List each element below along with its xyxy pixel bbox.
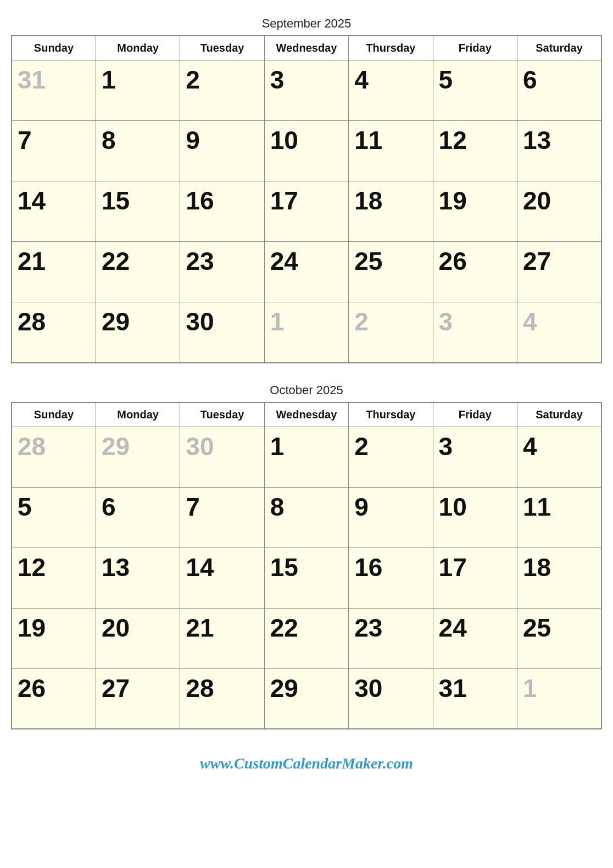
day-header-saturday: Saturday xyxy=(517,402,601,427)
october-table: SundayMondayTuesdayWednesdayThursdayFrid… xyxy=(11,402,602,730)
calendar-day: 11 xyxy=(517,487,601,548)
calendar-day: 20 xyxy=(517,181,601,242)
october-title: October 2025 xyxy=(11,383,602,397)
calendar-day: 26 xyxy=(433,242,517,302)
calendar-day: 16 xyxy=(349,548,433,608)
calendar-day: 31 xyxy=(12,60,96,121)
calendar-day: 2 xyxy=(349,302,433,363)
week-row: 19202122232425 xyxy=(12,608,601,668)
calendar-day: 29 xyxy=(264,668,348,729)
calendar-day: 21 xyxy=(180,608,264,668)
calendar-day: 14 xyxy=(12,181,96,242)
october-body: 2829301234567891011121314151617181920212… xyxy=(12,427,601,729)
calendar-day: 2 xyxy=(180,60,264,121)
week-row: 31123456 xyxy=(12,60,601,121)
september-table: SundayMondayTuesdayWednesdayThursdayFrid… xyxy=(11,35,602,363)
calendar-day: 24 xyxy=(433,608,517,668)
calendar-day: 7 xyxy=(180,487,264,548)
day-header-thursday: Thursday xyxy=(349,36,433,60)
day-header-sunday: Sunday xyxy=(12,36,96,60)
calendar-day: 15 xyxy=(264,548,348,608)
calendar-day: 9 xyxy=(180,121,264,181)
calendar-day: 1 xyxy=(517,668,601,729)
october-header-row: SundayMondayTuesdayWednesdayThursdayFrid… xyxy=(12,402,601,427)
week-row: 14151617181920 xyxy=(12,181,601,242)
calendar-day: 29 xyxy=(96,302,180,363)
calendar-day: 11 xyxy=(349,121,433,181)
calendar-day: 25 xyxy=(517,608,601,668)
week-row: 78910111213 xyxy=(12,121,601,181)
calendar-day: 23 xyxy=(180,242,264,302)
calendar-day: 27 xyxy=(96,668,180,729)
week-row: 21222324252627 xyxy=(12,242,601,302)
calendar-day: 3 xyxy=(433,427,517,487)
day-header-saturday: Saturday xyxy=(517,36,601,60)
calendar-day: 18 xyxy=(517,548,601,608)
day-header-monday: Monday xyxy=(96,36,180,60)
calendar-day: 15 xyxy=(96,181,180,242)
calendar-day: 20 xyxy=(96,608,180,668)
calendar-day: 5 xyxy=(12,487,96,548)
day-header-monday: Monday xyxy=(96,402,180,427)
calendar-day: 28 xyxy=(12,427,96,487)
calendar-day: 16 xyxy=(180,181,264,242)
calendar-day: 31 xyxy=(433,668,517,729)
calendar-day: 25 xyxy=(349,242,433,302)
calendar-day: 30 xyxy=(180,302,264,363)
september-calendar: September 2025 SundayMondayTuesdayWednes… xyxy=(11,16,602,363)
calendar-day: 21 xyxy=(12,242,96,302)
day-header-thursday: Thursday xyxy=(349,402,433,427)
calendar-day: 8 xyxy=(96,121,180,181)
calendar-day: 23 xyxy=(349,608,433,668)
calendar-day: 1 xyxy=(264,302,348,363)
week-row: 2829301234 xyxy=(12,302,601,363)
calendar-day: 4 xyxy=(517,302,601,363)
day-header-sunday: Sunday xyxy=(12,402,96,427)
calendar-day: 17 xyxy=(433,548,517,608)
calendar-day: 12 xyxy=(12,548,96,608)
calendar-day: 26 xyxy=(12,668,96,729)
calendar-day: 3 xyxy=(264,60,348,121)
calendar-day: 14 xyxy=(180,548,264,608)
calendar-day: 1 xyxy=(264,427,348,487)
september-title: September 2025 xyxy=(11,16,602,31)
calendar-day: 22 xyxy=(264,608,348,668)
week-row: 2627282930311 xyxy=(12,668,601,729)
calendar-day: 24 xyxy=(264,242,348,302)
calendar-day: 13 xyxy=(96,548,180,608)
calendar-day: 10 xyxy=(264,121,348,181)
footer-url: www.CustomCalendarMaker.com xyxy=(200,755,413,772)
calendar-day: 4 xyxy=(517,427,601,487)
calendar-day: 28 xyxy=(12,302,96,363)
week-row: 2829301234 xyxy=(12,427,601,487)
calendar-day: 22 xyxy=(96,242,180,302)
calendar-day: 13 xyxy=(517,121,601,181)
calendar-day: 2 xyxy=(349,427,433,487)
calendar-day: 6 xyxy=(517,60,601,121)
calendar-day: 9 xyxy=(349,487,433,548)
calendar-day: 30 xyxy=(180,427,264,487)
day-header-tuesday: Tuesday xyxy=(180,402,264,427)
calendar-day: 8 xyxy=(264,487,348,548)
october-calendar: October 2025 SundayMondayTuesdayWednesda… xyxy=(11,383,602,730)
day-header-tuesday: Tuesday xyxy=(180,36,264,60)
calendar-day: 29 xyxy=(96,427,180,487)
day-header-wednesday: Wednesday xyxy=(264,36,348,60)
calendar-day: 1 xyxy=(96,60,180,121)
september-body: 3112345678910111213141516171819202122232… xyxy=(12,60,601,363)
calendar-day: 6 xyxy=(96,487,180,548)
calendar-day: 17 xyxy=(264,181,348,242)
day-header-friday: Friday xyxy=(433,402,517,427)
calendar-day: 3 xyxy=(433,302,517,363)
calendar-day: 18 xyxy=(349,181,433,242)
calendar-day: 10 xyxy=(433,487,517,548)
day-header-friday: Friday xyxy=(433,36,517,60)
calendar-day: 19 xyxy=(433,181,517,242)
calendar-day: 7 xyxy=(12,121,96,181)
calendar-day: 28 xyxy=(180,668,264,729)
calendar-day: 19 xyxy=(12,608,96,668)
calendar-day: 30 xyxy=(349,668,433,729)
day-header-wednesday: Wednesday xyxy=(264,402,348,427)
calendar-day: 12 xyxy=(433,121,517,181)
week-row: 567891011 xyxy=(12,487,601,548)
